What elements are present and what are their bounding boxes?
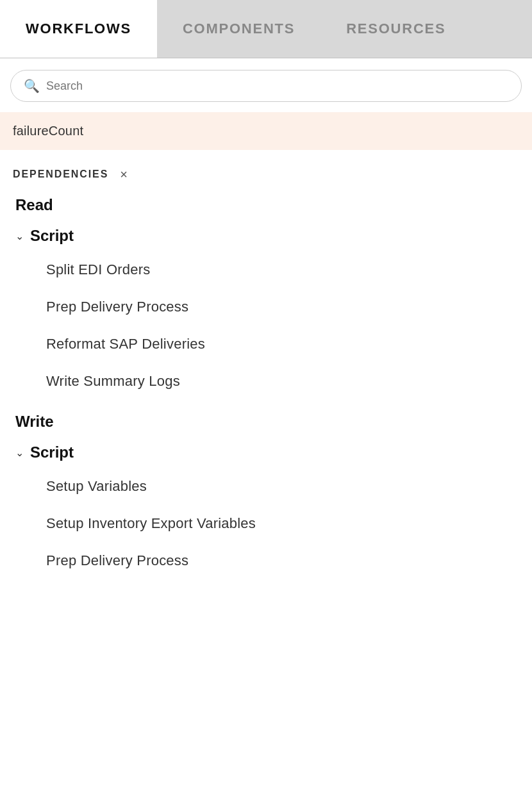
dependencies-close-button[interactable]: × — [120, 168, 128, 181]
list-item[interactable]: Prep Delivery Process — [46, 542, 519, 579]
tab-resources-label: RESOURCES — [346, 21, 445, 37]
read-chevron-icon: ⌄ — [15, 230, 24, 242]
list-item[interactable]: Setup Inventory Export Variables — [46, 505, 519, 542]
write-script-items: Setup Variables Setup Inventory Export V… — [13, 468, 519, 579]
read-script-label: Script — [30, 227, 74, 245]
read-script-items: Split EDI Orders Prep Delivery Process R… — [13, 251, 519, 400]
read-group-title: Read — [13, 196, 519, 214]
tab-workflows[interactable]: WORKFLOWS — [0, 0, 157, 58]
dependencies-section: DEPENDENCIES × Read ⌄ Script Split EDI O… — [0, 150, 532, 579]
close-icon: × — [120, 167, 128, 181]
tab-components[interactable]: COMPONENTS — [157, 0, 320, 58]
write-script-label: Script — [30, 443, 74, 461]
dependencies-header: DEPENDENCIES × — [13, 168, 519, 181]
search-input[interactable] — [46, 79, 508, 93]
failure-banner: failureCount — [0, 112, 532, 150]
list-item[interactable]: Reformat SAP Deliveries — [46, 326, 519, 363]
read-script-header[interactable]: ⌄ Script — [13, 220, 519, 251]
read-group: Read ⌄ Script Split EDI Orders Prep Deli… — [13, 196, 519, 400]
list-item[interactable]: Prep Delivery Process — [46, 288, 519, 326]
write-group-title: Write — [13, 413, 519, 431]
write-group: Write ⌄ Script Setup Variables Setup Inv… — [13, 413, 519, 579]
write-chevron-icon: ⌄ — [15, 447, 24, 459]
tab-workflows-label: WORKFLOWS — [26, 21, 131, 37]
failure-count-text: failureCount — [13, 124, 83, 138]
list-item[interactable]: Setup Variables — [46, 468, 519, 505]
write-script-header[interactable]: ⌄ Script — [13, 437, 519, 468]
dependencies-label: DEPENDENCIES — [13, 169, 108, 180]
list-item[interactable]: Split EDI Orders — [46, 251, 519, 288]
search-container: 🔍 — [0, 58, 532, 112]
search-icon: 🔍 — [24, 78, 40, 94]
tab-bar: WORKFLOWS COMPONENTS RESOURCES — [0, 0, 532, 58]
tab-components-label: COMPONENTS — [183, 21, 295, 37]
search-wrapper: 🔍 — [10, 70, 522, 102]
tab-resources[interactable]: RESOURCES — [320, 0, 471, 58]
list-item[interactable]: Write Summary Logs — [46, 363, 519, 400]
